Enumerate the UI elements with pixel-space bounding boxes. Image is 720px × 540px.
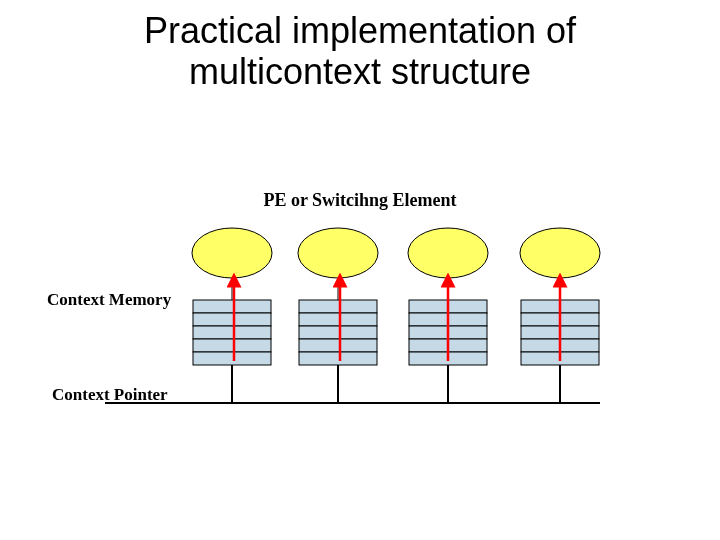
memory-cell (193, 339, 271, 352)
memory-cell (299, 313, 377, 326)
pe-ellipse (408, 228, 488, 278)
memory-cell (299, 326, 377, 339)
memory-cell (193, 300, 271, 313)
pe-ellipse (192, 228, 272, 278)
memory-cell (193, 326, 271, 339)
memory-cell (193, 352, 271, 365)
pe-ellipse (520, 228, 600, 278)
memory-cell (193, 313, 271, 326)
memory-cell (299, 352, 377, 365)
pe-ellipse (298, 228, 378, 278)
memory-cell (299, 339, 377, 352)
diagram-svg (0, 0, 720, 540)
memory-cell (299, 300, 377, 313)
